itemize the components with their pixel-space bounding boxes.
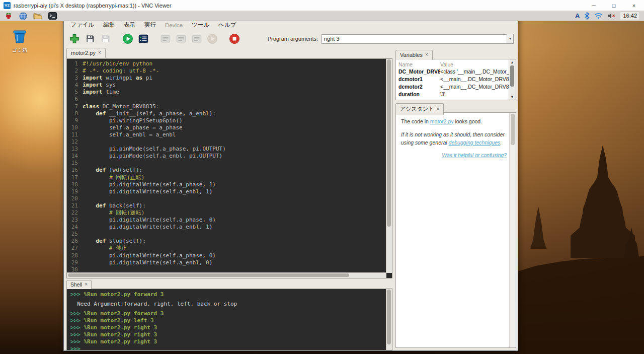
temple-silhouette <box>513 11 644 354</box>
shell-vertical-scrollbar[interactable] <box>386 289 392 350</box>
menu-item-4[interactable]: Device <box>160 21 187 29</box>
line-number: 29 <box>67 259 83 266</box>
code-line: 5import time <box>67 89 386 96</box>
editor-tab-close-icon[interactable]: × <box>98 50 101 55</box>
stop-button[interactable] <box>228 32 241 45</box>
code-text: self.a_phase = a_phase <box>83 124 183 131</box>
line-number: 23 <box>67 217 83 224</box>
editor-tabrow: motor2.py × <box>66 48 106 58</box>
scroll-down-icon[interactable]: ▼ <box>509 94 515 100</box>
line-number: 19 <box>67 188 83 195</box>
tab-motor2py[interactable]: motor2.py × <box>66 48 106 58</box>
code-line: 21 def back(self): <box>67 202 386 209</box>
line-number: 26 <box>67 238 83 245</box>
code-text: class DC_Motor_DRV8835: <box>83 103 159 110</box>
terminal-icon[interactable] <box>47 12 58 20</box>
variable-row[interactable]: dcmotor2<__main__.DC_Motor_DRV8835 objec… <box>398 83 509 91</box>
code-line: 2# -*- coding: utf-8 -*- <box>67 67 386 75</box>
vnc-close-button[interactable]: × <box>624 0 644 11</box>
vnc-minimize-button[interactable]: ─ <box>584 0 604 11</box>
code-text: pi.digitalWrite(self.a_enbl, 1) <box>83 224 212 230</box>
run-button[interactable] <box>121 32 134 45</box>
variable-row[interactable]: dcmotor1<__main__.DC_Motor_DRV8835 objec… <box>398 76 509 83</box>
menubar: ファイル編集表示実行Deviceツールヘルプ <box>64 20 518 30</box>
variables-header: Name Value <box>398 61 509 68</box>
tab-shell[interactable]: Shell × <box>66 280 92 289</box>
assistant-link[interactable]: Was it helpful or confusing? <box>442 152 507 158</box>
program-arguments-input[interactable] <box>321 34 514 44</box>
shell-panel[interactable]: >>> %Run motor2.py forward 3 Need Argume… <box>66 289 392 350</box>
code-text: # 回転(逆転) <box>83 209 144 216</box>
menu-item-3[interactable]: 実行 <box>140 20 160 30</box>
taskbar-status: A 16:42 <box>575 12 644 20</box>
line-number: 14 <box>67 153 83 160</box>
variable-value: <class '__main__.DC_Motor_DRV8835'> <box>440 68 509 76</box>
shell-line: >>> %Run motor2.py forword 3 <box>70 310 386 317</box>
menu-item-0[interactable]: ファイル <box>66 20 99 30</box>
code-line: 17 # 回転(正転) <box>67 174 386 181</box>
assistant-text: The code in <box>401 118 430 124</box>
code-area[interactable]: 1#!/usr/bin/env python2# -*- coding: utf… <box>67 59 386 273</box>
web-browser-icon[interactable] <box>18 12 29 20</box>
variables-tab-close-icon[interactable]: × <box>425 52 428 57</box>
code-text: pi.digitalWrite(self.a_enbl, 0) <box>83 259 212 266</box>
bluetooth-icon[interactable] <box>584 12 590 20</box>
assistant-tab-label: アシスタント <box>400 105 434 113</box>
line-number: 8 <box>67 110 83 117</box>
menu-item-6[interactable]: ヘルプ <box>214 20 240 30</box>
variables-col-value: Value <box>440 61 509 68</box>
step-into-icon <box>176 33 187 44</box>
variables-scroll-thumb[interactable] <box>510 65 514 87</box>
scroll-up-icon[interactable]: ▲ <box>509 59 515 65</box>
save-button[interactable] <box>84 32 97 45</box>
wifi-icon[interactable] <box>594 13 603 19</box>
editor-vertical-scrollbar[interactable] <box>386 59 392 273</box>
code-line: 22 # 回転(逆転) <box>67 209 386 217</box>
shell-output[interactable]: >>> %Run motor2.py forward 3 Need Argume… <box>67 289 386 350</box>
line-number: 12 <box>67 138 83 146</box>
variable-row[interactable]: duration'3' <box>398 91 509 98</box>
editor-horizontal-scrollbar[interactable] <box>67 272 386 278</box>
shell-vscroll-thumb[interactable] <box>387 290 391 344</box>
toolbar-buttons <box>68 32 244 45</box>
variables-scrollbar[interactable]: ▲ ▼ <box>509 59 516 100</box>
shell-line: >>> <box>70 345 386 350</box>
volume-icon[interactable] <box>607 13 615 19</box>
shell-line: >>> %Run motor2.py forward 3 <box>70 291 386 298</box>
shell-line: >>> %Run motor2.py right 3 <box>70 338 386 345</box>
tab-assistant[interactable]: アシスタント × <box>395 103 444 115</box>
menu-item-2[interactable]: 表示 <box>119 20 140 30</box>
assistant-link[interactable]: motor2.py <box>430 118 454 124</box>
variable-row[interactable]: DC_Motor_DRV8835<class '__main__.DC_Moto… <box>398 68 509 76</box>
trash-shortcut[interactable]: ゴミ箱 <box>9 29 31 54</box>
new-file-button[interactable] <box>68 32 81 45</box>
tab-variables[interactable]: Variables × <box>395 50 433 60</box>
step-over-icon <box>160 33 171 44</box>
shell-tab-close-icon[interactable]: × <box>85 282 88 287</box>
program-arguments-label: Program arguments: <box>268 36 318 42</box>
run-icon <box>122 33 133 44</box>
debug-button[interactable] <box>137 32 150 45</box>
resume-icon <box>207 33 218 44</box>
vnc-maximize-button[interactable]: □ <box>604 0 624 11</box>
save-all-icon <box>101 34 111 44</box>
variables-tab-label: Variables <box>400 52 423 58</box>
assistant-scroll-thumb[interactable] <box>511 114 515 145</box>
menu-item-5[interactable]: ツール <box>187 20 214 30</box>
assistant-link[interactable]: debugging techniques <box>449 139 501 146</box>
assistant-tab-close-icon[interactable]: × <box>437 107 440 112</box>
assistant-scrollbar[interactable] <box>509 113 516 347</box>
program-arguments-dropdown[interactable]: ▼ <box>507 34 513 43</box>
code-editor[interactable]: 1#!/usr/bin/env python2# -*- coding: utf… <box>66 58 392 278</box>
editor-vscroll-thumb[interactable] <box>387 59 391 227</box>
raspberry-menu-icon[interactable] <box>3 12 14 20</box>
code-line: 7class DC_Motor_DRV8835: <box>67 103 386 110</box>
input-method-indicator[interactable]: A <box>575 12 580 20</box>
code-line: 25 <box>67 231 386 238</box>
variables-panel: Name Value DC_Motor_DRV8835<class '__mai… <box>395 59 516 100</box>
menu-item-1[interactable]: 編集 <box>99 20 119 30</box>
code-line: 24 pi.digitalWrite(self.a_enbl, 1) <box>67 224 386 231</box>
editor-hscroll-thumb[interactable] <box>68 273 349 277</box>
file-manager-icon[interactable] <box>32 12 43 20</box>
code-line: 14 pi.pinMode(self.a_enbl, pi.OUTPUT) <box>67 153 386 160</box>
